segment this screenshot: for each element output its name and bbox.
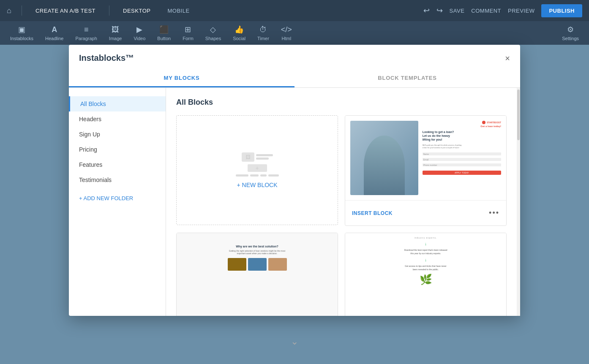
- bottom-arrow[interactable]: ⌄: [291, 336, 298, 347]
- industry-template-card[interactable]: industry experts. ↓ Download the best re…: [345, 233, 507, 316]
- tool-timer-label: Timer: [257, 36, 269, 41]
- undo-icon[interactable]: ↩: [423, 6, 430, 15]
- blocks-grid: 🖼 +: [176, 115, 507, 316]
- insert-block-button[interactable]: INSERT BLOCK: [352, 210, 393, 216]
- tool-image-label: Image: [109, 36, 122, 41]
- tool-video-label: Video: [134, 36, 145, 41]
- loan-template-right: STARTBOOST Get a loan today! Looking to …: [423, 121, 501, 195]
- home-icon[interactable]: ⌂: [7, 6, 11, 15]
- tool-social-label: Social: [233, 36, 245, 41]
- sidebar-item-sign-up[interactable]: Sign Up: [69, 127, 166, 142]
- tool-instablocks[interactable]: ▣ Instablocks: [10, 25, 33, 41]
- top-toolbar: ⌂ CREATE AN A/B TEST DESKTOP MOBILE ↩ ↪ …: [0, 0, 589, 21]
- loan-card-footer: INSERT BLOCK •••: [345, 200, 506, 225]
- tool-headline[interactable]: A Headline: [45, 25, 63, 41]
- modal-header: Instablocks™ ×: [69, 45, 520, 63]
- form-icon: ⊞: [185, 25, 191, 34]
- feature-img-3: [268, 258, 287, 271]
- tool-button[interactable]: ⬛ Button: [157, 25, 171, 41]
- modal-sidebar: All Blocks Headers Sign Up Pricing Featu…: [69, 88, 166, 316]
- industry-mockup: industry experts. ↓ Download the best re…: [345, 233, 506, 316]
- tool-settings-label: Settings: [562, 36, 579, 41]
- tool-video[interactable]: ▶ Video: [134, 25, 145, 41]
- feature-mockup: Why are we the best solution? Getting th…: [177, 233, 338, 316]
- tool-paragraph-label: Paragraph: [75, 36, 97, 41]
- industry-desk-icon: 🌿: [420, 274, 432, 285]
- publish-button[interactable]: PUBLISH: [541, 4, 582, 17]
- second-toolbar: ▣ Instablocks A Headline ≡ Paragraph 🖼 I…: [0, 21, 589, 45]
- sidebar-item-all-blocks[interactable]: All Blocks: [69, 96, 166, 111]
- tool-image[interactable]: 🖼 Image: [109, 25, 122, 41]
- new-block-label[interactable]: + NEW BLOCK: [237, 182, 277, 188]
- sidebar-headers-label: Headers: [79, 116, 101, 122]
- new-block-icon: 🖼 +: [236, 152, 279, 177]
- loan-template-card[interactable]: STARTBOOST Get a loan today! Looking to …: [345, 115, 507, 226]
- loan-body: We'll guide you through the whole proces…: [423, 144, 501, 149]
- create-ab-test-button[interactable]: CREATE AN A/B TEST: [32, 6, 99, 16]
- modal-close-button[interactable]: ×: [505, 54, 510, 62]
- industry-arrow-2: ↓: [425, 258, 427, 262]
- tool-headline-label: Headline: [45, 36, 63, 41]
- modal-content-area: All Blocks 🖼: [166, 88, 517, 316]
- sidebar-all-blocks-label: All Blocks: [80, 101, 106, 107]
- main-content: ⌄ Instablocks™ × MY BLOCKS BLOCK TEMPLAT…: [0, 45, 589, 364]
- content-title: All Blocks: [176, 98, 507, 107]
- loan-image-placeholder: [350, 121, 418, 195]
- industry-text-2: Get access to tips and tricks that have …: [405, 265, 446, 271]
- tool-social[interactable]: 👍 Social: [233, 25, 245, 41]
- mobile-button[interactable]: MOBILE: [164, 6, 193, 16]
- image-icon: 🖼: [112, 25, 119, 34]
- tool-settings[interactable]: ⚙ Settings: [562, 25, 579, 41]
- save-button[interactable]: SAVE: [450, 8, 465, 14]
- tool-html[interactable]: </> Html: [281, 25, 292, 41]
- desktop-button[interactable]: DESKTOP: [120, 6, 154, 16]
- new-block-card[interactable]: 🖼 +: [176, 115, 338, 225]
- preview-button[interactable]: PREVIEW: [508, 8, 534, 14]
- settings-icon: ⚙: [567, 25, 574, 34]
- shapes-icon: ◇: [210, 25, 216, 34]
- instablocks-icon: ▣: [18, 25, 25, 34]
- html-icon: </>: [281, 25, 292, 34]
- feature-img-2: [248, 258, 267, 271]
- modal-body: All Blocks Headers Sign Up Pricing Featu…: [69, 88, 520, 316]
- loan-template-image: STARTBOOST Get a loan today! Looking to …: [345, 116, 506, 200]
- feature-img-1: [228, 258, 246, 271]
- comment-button[interactable]: COMMENT: [471, 8, 501, 14]
- toolbar-right: ↩ ↪ SAVE COMMENT PREVIEW PUBLISH: [423, 4, 582, 17]
- modal-tabs: MY BLOCKS BLOCK TEMPLATES: [69, 70, 520, 88]
- tool-instablocks-label: Instablocks: [10, 36, 33, 41]
- timer-icon: ⏱: [259, 25, 267, 34]
- tool-paragraph[interactable]: ≡ Paragraph: [75, 25, 97, 41]
- redo-icon[interactable]: ↪: [436, 6, 443, 15]
- tab-my-blocks[interactable]: MY BLOCKS: [69, 70, 294, 87]
- feature-template-image: Why are we the best solution? Getting th…: [177, 233, 338, 316]
- instablocks-modal: Instablocks™ × MY BLOCKS BLOCK TEMPLATES…: [69, 45, 520, 316]
- sidebar-item-features[interactable]: Features: [69, 157, 166, 172]
- loan-title: Get a loan today!: [480, 125, 501, 128]
- tool-form[interactable]: ⊞ Form: [183, 25, 194, 41]
- loan-headline: Looking to get a loan?Let us do the heav…: [423, 130, 501, 141]
- toolbar-divider-2: [109, 5, 109, 16]
- tab-block-templates[interactable]: BLOCK TEMPLATES: [294, 70, 520, 87]
- tool-shapes[interactable]: ◇ Shapes: [205, 25, 221, 41]
- add-new-folder-button[interactable]: + ADD NEW FOLDER: [69, 191, 166, 206]
- sidebar-item-headers[interactable]: Headers: [69, 111, 166, 127]
- industry-arrow-1: ↓: [425, 242, 427, 246]
- tool-form-label: Form: [183, 36, 194, 41]
- industry-tag: industry experts.: [414, 236, 437, 239]
- headline-icon: A: [52, 25, 57, 34]
- paragraph-icon: ≡: [84, 25, 89, 34]
- industry-text-1: Download the best report that's been rel…: [404, 249, 447, 255]
- modal-scrollbar-thumb: [517, 90, 520, 140]
- tool-timer[interactable]: ⏱ Timer: [257, 25, 269, 41]
- sidebar-pricing-label: Pricing: [79, 146, 97, 153]
- feature-mockup-title: Why are we the best solution?: [236, 245, 278, 248]
- sidebar-item-testimonials[interactable]: Testimonials: [69, 172, 166, 187]
- button-icon: ⬛: [159, 25, 169, 34]
- sidebar-testimonials-label: Testimonials: [79, 177, 112, 183]
- sidebar-item-pricing[interactable]: Pricing: [69, 142, 166, 157]
- more-options-button[interactable]: •••: [489, 209, 499, 217]
- modal-scrollbar[interactable]: [517, 88, 520, 316]
- tool-button-label: Button: [157, 36, 171, 41]
- feature-template-card[interactable]: Why are we the best solution? Getting th…: [176, 233, 338, 316]
